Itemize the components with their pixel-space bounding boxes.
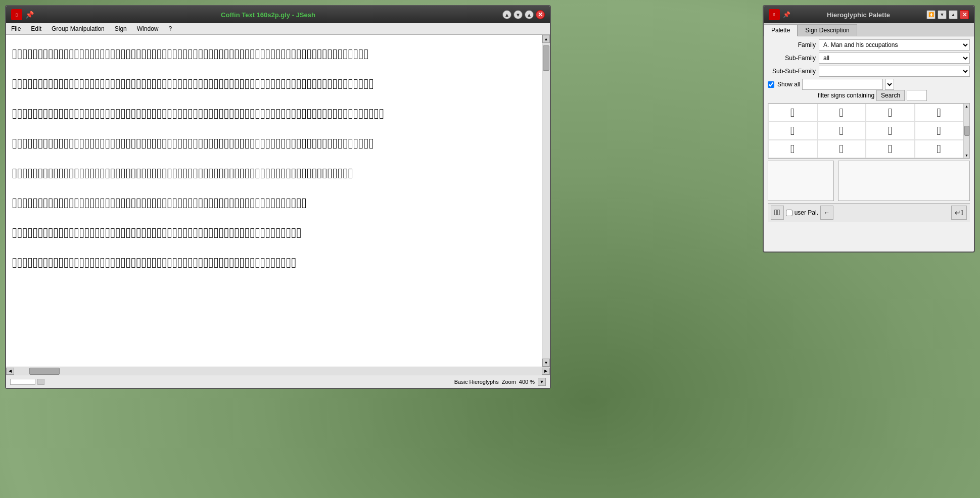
sign-cell-8[interactable]: 𓀈 <box>768 140 817 158</box>
hscroll-left-arrow[interactable]: ◀ <box>6 368 14 375</box>
filter-row: Show all filter signs containing <box>768 79 970 90</box>
hieroglyph-canvas[interactable]: 𓏜𓇋𓅱𓋴𓆑𓏏𓅓𓏏𓋴𓈖𓅓𓂝𓎛𓏭𓈖𓎡𓇋𓎛𓇋𓅱𓂧𓎡𓈖𓁷𓃀𓂧𓏏𓀀𓃀𓏛𓆑𓏏𓋴𓀁𓊸𓏤𓃹𓈖𓁹𓂧… <box>6 35 542 367</box>
palette-window: 𓂀 📌 Hieroglyphic Palette ⏫ ▼ ▲ ✕ Palette… <box>763 5 975 253</box>
palette-titlebar-left: 𓂀 📌 <box>769 9 790 20</box>
palette-titlebar: 𓂀 📌 Hieroglyphic Palette ⏫ ▼ ▲ ✕ <box>764 6 974 23</box>
palette-pin-icon: 📌 <box>783 11 790 18</box>
palette-toolbar: 𓀀𓀁 user Pal. ← ↵𓀀 <box>768 203 970 222</box>
tab-sign-description[interactable]: Sign Description <box>798 24 857 36</box>
back-button[interactable]: ← <box>820 206 833 220</box>
subsubfamily-row: Sub-Sub-Family <box>768 66 970 77</box>
show-all-label: Show all <box>777 81 800 88</box>
palette-close-button[interactable]: ✕ <box>960 10 969 19</box>
sign-cell-11[interactable]: 𓀋 <box>915 140 964 158</box>
sign-cell-3[interactable]: 𓀃 <box>915 104 964 122</box>
palette-title: Hieroglyphic Palette <box>790 11 926 19</box>
subsubfamily-select[interactable] <box>819 66 970 77</box>
main-content: 𓏜𓇋𓅱𓋴𓆑𓏏𓅓𓏏𓋴𓈖𓅓𓂝𓎛𓏭𓈖𓎡𓇋𓎛𓇋𓅱𓂧𓎡𓈖𓁷𓃀𓂧𓏏𓀀𓃀𓏛𓆑𓏏𓋴𓀁𓊸𓏤𓃹𓈖𓁹𓂧… <box>6 35 550 367</box>
jsesh-title: Coffin Text 160s2p.gly - JSesh <box>34 11 502 19</box>
window-close-button[interactable]: ✕ <box>536 10 545 19</box>
sign-grid-scrollbar[interactable]: ▲ ▼ <box>963 104 969 158</box>
user-pal-checkbox[interactable] <box>786 210 792 216</box>
status-box <box>37 379 44 385</box>
horizontal-scrollbar[interactable]: ◀ ▶ <box>6 367 550 375</box>
palette-titlebar-controls: ⏫ ▼ ▲ ✕ <box>926 10 969 19</box>
sign-cell-10[interactable]: 𓀊 <box>866 140 915 158</box>
status-bar: Basic Hieroglyphs Zoom 400 % ▼ <box>6 375 550 388</box>
user-pal-label: user Pal. <box>795 209 818 216</box>
toolbar-right: ↵𓀀 <box>951 206 967 220</box>
titlebar-left: 𓂀 📌 <box>11 9 34 20</box>
window-up-button[interactable]: ▲ <box>502 10 511 19</box>
zoom-value: 400 % <box>519 379 535 385</box>
sign-cell-5[interactable]: 𓀅 <box>817 122 866 140</box>
zoom-label: Zoom <box>502 379 516 385</box>
family-label: Family <box>768 41 816 48</box>
preview-large <box>838 161 970 201</box>
scroll-thumb[interactable] <box>543 45 549 71</box>
menu-window[interactable]: Window <box>135 24 161 33</box>
zoom-dropdown-button[interactable]: ▼ <box>538 378 546 386</box>
sign-cell-2[interactable]: 𓀂 <box>866 104 915 122</box>
family-row: Family A. Man and his occupations <box>768 39 970 51</box>
preview-small <box>768 161 834 201</box>
palette-win-up2-button[interactable]: ▲ <box>949 10 958 19</box>
window-down-button[interactable]: ▼ <box>514 10 523 19</box>
scroll-track[interactable] <box>542 43 550 359</box>
search-button[interactable]: Search <box>876 90 905 101</box>
scroll-up-arrow[interactable]: ▲ <box>542 35 550 43</box>
vertical-scrollbar[interactable]: ▲ ▼ <box>542 35 550 367</box>
palette-win-down-button[interactable]: ▼ <box>938 10 947 19</box>
sign-scroll-up[interactable]: ▲ <box>965 105 968 108</box>
insert-sign-button[interactable]: 𓀀𓀁 <box>771 206 784 220</box>
subfamily-row: Sub-Family all <box>768 53 970 64</box>
sign-cell-0[interactable]: 𓀀 <box>768 104 817 122</box>
sign-cell-6[interactable]: 𓀆 <box>866 122 915 140</box>
sign-scroll-down[interactable]: ▼ <box>965 154 968 157</box>
jsesh-app-icon: 𓂀 <box>11 9 22 20</box>
sign-grid-container: 𓀀 𓀁 𓀂 𓀃 𓀄 𓀅 𓀆 𓀇 𓀈 𓀉 𓀊 𓀋 ▲ ▼ <box>768 103 970 159</box>
filter-input[interactable] <box>802 79 883 90</box>
sign-cell-7[interactable]: 𓀇 <box>915 122 964 140</box>
sign-cell-9[interactable]: 𓀉 <box>817 140 866 158</box>
window-up2-button[interactable]: ▲ <box>525 10 534 19</box>
filter-dropdown[interactable] <box>885 79 894 90</box>
search-input[interactable] <box>907 90 927 101</box>
hscroll-thumb[interactable] <box>29 368 60 375</box>
tab-palette[interactable]: Palette <box>764 24 798 36</box>
mode-label: Basic Hieroglyphs <box>454 379 499 385</box>
sign-cell-1[interactable]: 𓀁 <box>817 104 866 122</box>
menu-help[interactable]: ? <box>166 24 174 33</box>
jsesh-titlebar: 𓂀 📌 Coffin Text 160s2p.gly - JSesh ▲ ▼ ▲… <box>6 6 550 23</box>
menu-file[interactable]: File <box>9 24 23 33</box>
titlebar-controls: ▲ ▼ ▲ ✕ <box>502 10 545 19</box>
show-all-checkbox[interactable] <box>768 81 774 88</box>
filter-label-row: filter signs containing Search <box>768 90 970 101</box>
right-action-button[interactable]: ↵𓀀 <box>951 206 967 220</box>
toolbar-left: 𓀀𓀁 user Pal. ← <box>771 206 833 220</box>
preview-area <box>768 161 970 201</box>
insert-icon: 𓀀𓀁 <box>774 208 780 217</box>
subsubfamily-label: Sub-Sub-Family <box>768 68 816 75</box>
palette-body: Family A. Man and his occupations Sub-Fa… <box>764 36 974 252</box>
menu-sign[interactable]: Sign <box>113 24 129 33</box>
palette-app-icon: 𓂀 <box>769 9 780 20</box>
sign-cell-4[interactable]: 𓀄 <box>768 122 817 140</box>
status-indicator <box>10 379 35 385</box>
palette-tabs: Palette Sign Description <box>764 23 974 36</box>
scroll-down-arrow[interactable]: ▼ <box>542 359 550 367</box>
pin-icon: 📌 <box>25 11 34 19</box>
sign-scroll-thumb[interactable] <box>964 126 969 136</box>
menu-group-manipulation[interactable]: Group Manipulation <box>50 24 107 33</box>
sign-grid: 𓀀 𓀁 𓀂 𓀃 𓀄 𓀅 𓀆 𓀇 𓀈 𓀉 𓀊 𓀋 <box>768 104 963 158</box>
subfamily-label: Sub-Family <box>768 55 816 62</box>
palette-win-up-button[interactable]: ⏫ <box>926 10 936 19</box>
subfamily-select[interactable]: all <box>819 53 970 64</box>
family-select[interactable]: A. Man and his occupations <box>819 39 970 51</box>
menu-edit[interactable]: Edit <box>29 24 43 33</box>
jsesh-main-window: 𓂀 📌 Coffin Text 160s2p.gly - JSesh ▲ ▼ ▲… <box>5 5 551 389</box>
filter-signs-label: filter signs containing <box>818 92 874 99</box>
status-right: Basic Hieroglyphs Zoom 400 % ▼ <box>454 378 546 386</box>
hscroll-right-arrow[interactable]: ▶ <box>542 368 550 375</box>
menu-bar: File Edit Group Manipulation Sign Window… <box>6 23 550 35</box>
